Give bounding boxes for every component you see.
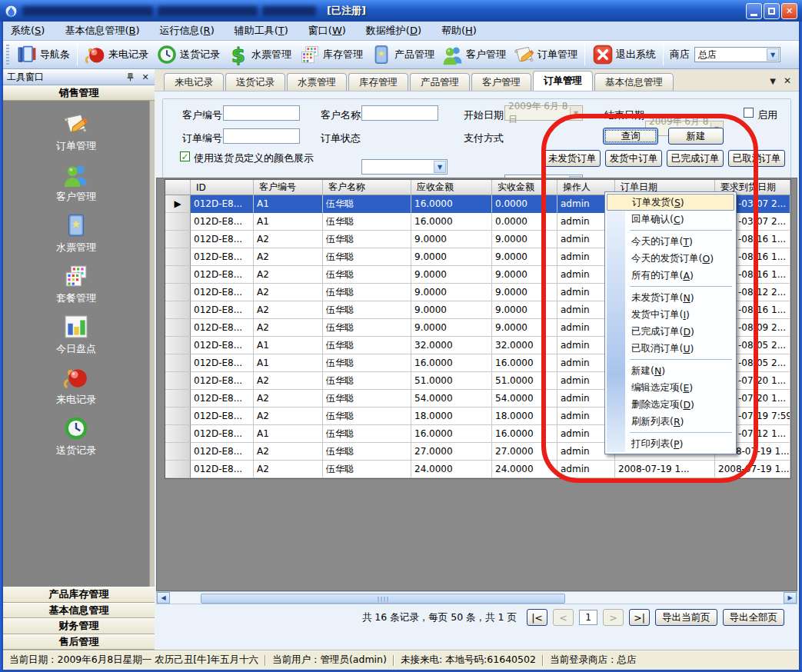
toolbar-button-clock[interactable]: 送货记录: [152, 42, 224, 67]
prev-page-button[interactable]: <: [553, 609, 574, 626]
tab-0[interactable]: 来电记录: [164, 73, 224, 91]
query-button[interactable]: 查询: [603, 128, 658, 145]
context-menu-item-14[interactable]: 删除选定项(D): [607, 396, 734, 413]
status-filter-button-3[interactable]: 已取消订单: [728, 150, 785, 167]
sidebar-item-calendar[interactable]: 套餐管理: [30, 263, 122, 305]
status-filter-button-2[interactable]: 已完成订单: [667, 150, 724, 167]
row-selector-cell[interactable]: [165, 461, 191, 478]
tab-6[interactable]: 订单管理: [533, 71, 593, 91]
row-selector-cell[interactable]: ▶: [165, 195, 191, 213]
export-all-pages-button[interactable]: 导出全部页: [723, 609, 785, 626]
context-menu-item-1[interactable]: 回单确认(C): [607, 211, 734, 228]
context-menu-item-3[interactable]: 今天的订单(T): [607, 233, 734, 250]
last-page-button[interactable]: >|: [629, 609, 650, 626]
row-selector-cell[interactable]: [165, 319, 191, 337]
customer-name-input[interactable]: [361, 105, 438, 121]
sidebar-item-chart[interactable]: 今日盘点: [30, 314, 122, 356]
sidebar-section-2[interactable]: 财务管理: [3, 618, 155, 634]
column-header[interactable]: 实收金额: [492, 180, 557, 195]
scroll-right-icon[interactable]: ▶: [784, 592, 797, 604]
enable-checkbox[interactable]: [744, 108, 754, 118]
tab-5[interactable]: 客户管理: [471, 73, 531, 91]
sidebar-section-0[interactable]: 产品库存管理: [3, 587, 155, 603]
row-selector-cell[interactable]: [165, 231, 191, 248]
order-no-input[interactable]: [223, 128, 300, 144]
menu-item-2[interactable]: 运行信息(R): [160, 24, 215, 38]
menu-item-0[interactable]: 系统(S): [11, 24, 45, 38]
toolbar-button-product-book[interactable]: 产品管理: [367, 42, 438, 67]
toolbar-button-order[interactable]: 订单管理: [510, 42, 581, 67]
minimize-button[interactable]: [746, 3, 762, 19]
toolbar-button-calendar[interactable]: 库存管理: [295, 42, 367, 67]
context-menu-item-0[interactable]: 订单发货(S): [607, 194, 734, 211]
sidebar-group-sales[interactable]: 销售管理: [3, 85, 155, 101]
scroll-left-icon[interactable]: ◀: [157, 592, 170, 604]
sidebar-item-product-book[interactable]: 水票管理: [30, 212, 122, 254]
context-menu-item-15[interactable]: 刷新列表(R): [607, 413, 734, 430]
toolbar-button-exit[interactable]: 退出系统: [588, 42, 660, 67]
context-menu-item-7[interactable]: 未发货订单(N): [607, 289, 734, 306]
menu-item-4[interactable]: 窗口(W): [308, 24, 346, 38]
delivery-color-checkbox[interactable]: ✓: [180, 151, 190, 161]
row-selector-cell[interactable]: [165, 266, 191, 284]
menu-item-5[interactable]: 数据维护(D): [366, 24, 421, 38]
column-header[interactable]: 应收金额: [411, 180, 492, 195]
row-selector-cell[interactable]: [165, 408, 191, 425]
context-menu-item-8[interactable]: 发货中订单(I): [607, 306, 734, 323]
tab-4[interactable]: 产品管理: [410, 73, 470, 91]
row-selector-cell[interactable]: [165, 443, 191, 461]
start-date-picker[interactable]: 2009年 6月 8日▼: [504, 105, 583, 121]
toolbar-grip[interactable]: [6, 45, 9, 65]
sidebar-item-clock[interactable]: 送货记录: [30, 415, 122, 457]
column-header[interactable]: 客户编号: [254, 180, 323, 195]
scrollbar-thumb[interactable]: [201, 594, 565, 604]
menu-item-6[interactable]: 帮助(H): [441, 24, 477, 38]
horizontal-scrollbar[interactable]: ◀ ▶: [156, 591, 797, 604]
toolbar-button-dollar[interactable]: $ 水票管理: [224, 42, 295, 67]
tab-close-icon[interactable]: ✕: [784, 75, 791, 86]
sidebar-section-3[interactable]: 售后管理: [3, 634, 155, 650]
table-row[interactable]: 012D-E8...A2伍华聪24.000024.0000admin2008-0…: [165, 461, 790, 478]
close-icon[interactable]: ✕: [140, 72, 151, 82]
row-selector-cell[interactable]: [165, 284, 191, 301]
status-filter-button-0[interactable]: 未发货订单: [544, 150, 601, 167]
next-page-button[interactable]: >: [603, 609, 624, 626]
sidebar-scrollbar[interactable]: [149, 101, 155, 587]
customer-no-input[interactable]: [223, 105, 300, 121]
sidebar-section-1[interactable]: 基本信息管理: [3, 603, 155, 619]
toolbar-button-customers[interactable]: 客户管理: [438, 42, 510, 67]
context-menu-item-12[interactable]: 新建(N): [607, 362, 734, 379]
row-selector-cell[interactable]: [165, 248, 191, 266]
maximize-button[interactable]: [764, 3, 780, 19]
row-selector-cell[interactable]: [165, 337, 191, 354]
row-selector-cell[interactable]: [165, 301, 191, 319]
row-selector-cell[interactable]: [165, 390, 191, 408]
tab-1[interactable]: 送货记录: [225, 73, 285, 91]
row-selector-cell[interactable]: [165, 425, 191, 443]
menu-item-3[interactable]: 辅助工具(T): [235, 24, 288, 38]
menu-item-1[interactable]: 基本信息管理(B): [65, 24, 139, 38]
first-page-button[interactable]: |<: [527, 609, 547, 626]
toolbar-button-navigator[interactable]: 导航条: [12, 42, 74, 67]
export-current-page-button[interactable]: 导出当前页: [655, 609, 717, 626]
sidebar-item-order[interactable]: 订单管理: [30, 111, 122, 153]
tab-2[interactable]: 水票管理: [287, 73, 347, 91]
row-selector-cell[interactable]: [165, 354, 191, 372]
context-menu-item-9[interactable]: 已完成订单(D): [607, 323, 734, 340]
tab-3[interactable]: 库存管理: [348, 73, 408, 91]
context-menu-item-5[interactable]: 所有的订单(A): [607, 267, 734, 284]
order-status-select[interactable]: ▼: [361, 159, 448, 175]
column-header[interactable]: 客户名称: [323, 180, 411, 195]
sidebar-item-bell[interactable]: 来电记录: [30, 364, 122, 407]
tab-list-dropdown-icon[interactable]: ▼: [770, 77, 776, 85]
close-button[interactable]: ✕: [781, 3, 797, 19]
context-menu-item-13[interactable]: 编辑选定项(E): [607, 379, 734, 396]
row-selector-cell[interactable]: [165, 372, 191, 390]
new-button[interactable]: 新建: [668, 128, 724, 145]
page-number-input[interactable]: 1: [579, 610, 597, 625]
row-selector-cell[interactable]: [165, 213, 191, 231]
pin-icon[interactable]: [125, 72, 135, 82]
toolbar-button-bell[interactable]: 来电记录: [81, 42, 152, 67]
tab-7[interactable]: 基本信息管理: [594, 73, 674, 91]
store-select[interactable]: 总店 ▼: [694, 47, 780, 62]
